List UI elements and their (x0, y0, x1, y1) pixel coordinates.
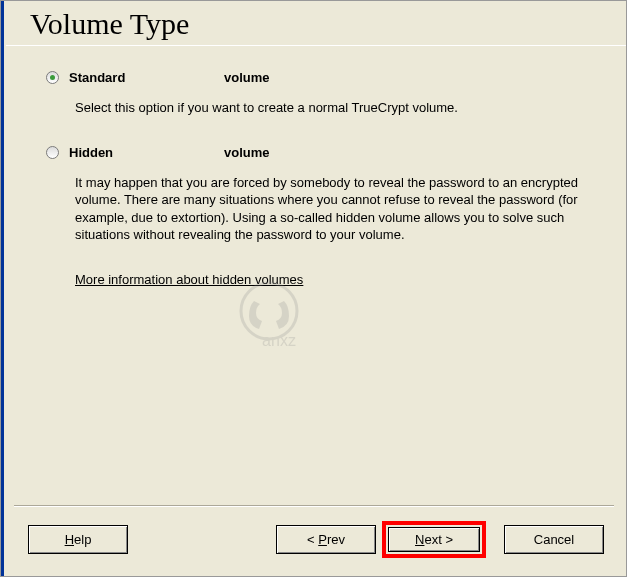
next-button[interactable]: Next > (388, 527, 480, 552)
highlight-box: Next > (382, 521, 486, 558)
radio-group: Standardvolume Select this option if you… (46, 70, 592, 244)
radio-label-standard: Standardvolume (69, 70, 270, 85)
prev-button[interactable]: < Prev (276, 525, 376, 554)
page-title: Volume Type (6, 1, 626, 46)
more-info-link[interactable]: More information about hidden volumes (75, 272, 303, 287)
radio-icon (46, 71, 59, 84)
button-row: Help < Prev Next > Cancel (6, 507, 626, 576)
radio-label-hidden: Hiddenvolume (69, 145, 270, 160)
radio-option-standard[interactable]: Standardvolume Select this option if you… (46, 70, 592, 117)
description-standard: Select this option if you want to create… (46, 99, 592, 117)
radio-icon (46, 146, 59, 159)
help-button[interactable]: Help (28, 525, 128, 554)
description-hidden: It may happen that you are forced by som… (46, 174, 592, 244)
cancel-button[interactable]: Cancel (504, 525, 604, 554)
radio-option-hidden[interactable]: Hiddenvolume It may happen that you are … (46, 145, 592, 244)
